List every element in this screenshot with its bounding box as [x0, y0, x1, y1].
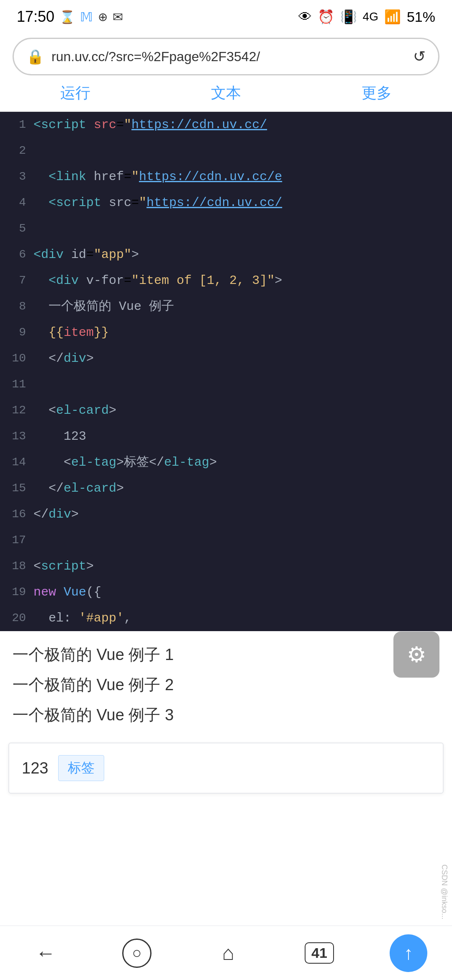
line-content: new Vue({ — [33, 579, 452, 605]
lock-icon: 🔒 — [26, 48, 44, 65]
bottom-navigation: ← ○ ⌂ 41 ↑ — [0, 926, 452, 980]
line-content: 123 — [33, 423, 452, 449]
search-icon: ○ — [122, 939, 152, 968]
line-content: <div id="app"> — [33, 242, 452, 268]
upload-icon: ↑ — [404, 943, 413, 964]
line-content: <el-tag>标签</el-tag> — [33, 449, 452, 475]
preview-line: 一个极简的 Vue 例子 2 — [13, 670, 439, 700]
wifi-signal-icon: 📶 — [384, 9, 401, 25]
tab-more[interactable]: 更多 — [362, 83, 392, 107]
home-icon: ⌂ — [222, 941, 234, 965]
line-number: 18 — [0, 553, 33, 579]
code-line: 13 123 — [0, 423, 452, 449]
circle-m-icon: ⊕ — [98, 10, 108, 24]
back-button[interactable]: ← — [25, 932, 67, 974]
status-time-group: 17:50 ⌛ 𝕄 ⊕ ✉ — [17, 8, 123, 26]
card-number: 123 — [22, 759, 48, 777]
line-content: <el-card> — [33, 397, 452, 423]
line-number: 7 — [0, 268, 33, 294]
line-content: el: '#app', — [33, 605, 452, 631]
code-line: 2 — [0, 138, 452, 164]
line-content: <div v-for="item of [1, 2, 3]"> — [33, 268, 452, 294]
url-text[interactable]: run.uv.cc/?src=%2Fpage%2F3542/ — [51, 49, 406, 64]
tab-count: 41 — [305, 942, 334, 964]
tab-text[interactable]: 文本 — [211, 83, 241, 107]
line-number: 2 — [0, 138, 33, 164]
code-line: 9 {{item}} — [0, 320, 452, 346]
line-number: 1 — [0, 112, 33, 138]
tabs-button[interactable]: 41 — [298, 932, 340, 974]
code-line: 1<script src="https://cdn.uv.cc/ — [0, 112, 452, 138]
preview-area: 一个极简的 Vue 例子 1一个极简的 Vue 例子 2一个极简的 Vue 例子… — [0, 631, 452, 738]
settings-float-button[interactable]: ⚙ — [393, 632, 439, 678]
status-icons-right: 👁 ⏰ 📳 4G 📶 51% — [298, 9, 435, 25]
line-number: 13 — [0, 423, 33, 449]
back-icon: ← — [36, 941, 56, 965]
line-content: </el-card> — [33, 475, 452, 501]
code-line: 19new Vue({ — [0, 579, 452, 605]
code-line: 15 </el-card> — [0, 475, 452, 501]
status-bar: 17:50 ⌛ 𝕄 ⊕ ✉ 👁 ⏰ 📳 4G 📶 51% — [0, 0, 452, 34]
search-button[interactable]: ○ — [116, 932, 158, 974]
vibrate-icon: 📳 — [340, 9, 357, 25]
line-content: <script> — [33, 553, 452, 579]
code-line: 17 — [0, 527, 452, 553]
line-content: 一个极简的 Vue 例子 — [33, 294, 452, 320]
eye-icon: 👁 — [298, 9, 312, 25]
code-line: 4 <script src="https://cdn.uv.cc/ — [0, 190, 452, 216]
upload-button[interactable]: ↑ — [390, 934, 427, 972]
code-line: 10 </div> — [0, 346, 452, 371]
line-content: </div> — [33, 346, 452, 371]
line-number: 3 — [0, 164, 33, 190]
tab-bar: 运行 文本 更多 — [0, 75, 452, 112]
tab-run[interactable]: 运行 — [60, 83, 90, 107]
line-content: <script src="https://cdn.uv.cc/ — [33, 190, 452, 216]
code-line: 5 — [0, 216, 452, 242]
code-line: 16</div> — [0, 501, 452, 527]
line-content: {{item}} — [33, 320, 452, 346]
reload-icon[interactable]: ↺ — [413, 48, 426, 65]
preview-line: 一个极简的 Vue 例子 3 — [13, 700, 439, 730]
signal-icon: 4G — [363, 10, 378, 23]
card-tag[interactable]: 标签 — [58, 755, 104, 781]
line-number: 10 — [0, 346, 33, 371]
line-number: 16 — [0, 501, 33, 527]
code-line: 20 el: '#app', — [0, 605, 452, 631]
mail-icon: ✉ — [113, 10, 123, 24]
line-number: 20 — [0, 605, 33, 631]
sim-icon: 𝕄 — [80, 10, 93, 24]
line-number: 11 — [0, 371, 33, 397]
code-line: 14 <el-tag>标签</el-tag> — [0, 449, 452, 475]
preview-line: 一个极简的 Vue 例子 1 — [13, 640, 439, 670]
line-number: 17 — [0, 527, 33, 553]
code-editor: 1<script src="https://cdn.uv.cc/23 <link… — [0, 112, 452, 631]
line-number: 15 — [0, 475, 33, 501]
line-content: <script src="https://cdn.uv.cc/ — [33, 112, 452, 138]
line-number: 8 — [0, 294, 33, 320]
line-number: 6 — [0, 242, 33, 268]
code-line: 12 <el-card> — [0, 397, 452, 423]
code-line: 8 一个极简的 Vue 例子 — [0, 294, 452, 320]
code-line: 18<script> — [0, 553, 452, 579]
battery-level: 51% — [407, 9, 435, 25]
line-number: 5 — [0, 216, 33, 242]
line-number: 19 — [0, 579, 33, 605]
watermark: CSDN @inkso... — [440, 864, 449, 919]
line-content: <link href="https://cdn.uv.cc/e — [33, 164, 452, 190]
home-button[interactable]: ⌂ — [207, 932, 249, 974]
code-line: 11 — [0, 371, 452, 397]
address-bar[interactable]: 🔒 run.uv.cc/?src=%2Fpage%2F3542/ ↺ — [13, 38, 439, 75]
status-time: 17:50 — [17, 8, 54, 26]
line-number: 12 — [0, 397, 33, 423]
code-line: 3 <link href="https://cdn.uv.cc/e — [0, 164, 452, 190]
alarm-icon: ⏰ — [318, 9, 334, 25]
el-card: 123 标签 — [8, 743, 444, 794]
line-number: 9 — [0, 320, 33, 346]
code-line: 7 <div v-for="item of [1, 2, 3]"> — [0, 268, 452, 294]
hourglass-icon: ⌛ — [59, 10, 75, 24]
line-content: </div> — [33, 501, 452, 527]
line-number: 14 — [0, 449, 33, 475]
code-line: 6<div id="app"> — [0, 242, 452, 268]
line-number: 4 — [0, 190, 33, 216]
